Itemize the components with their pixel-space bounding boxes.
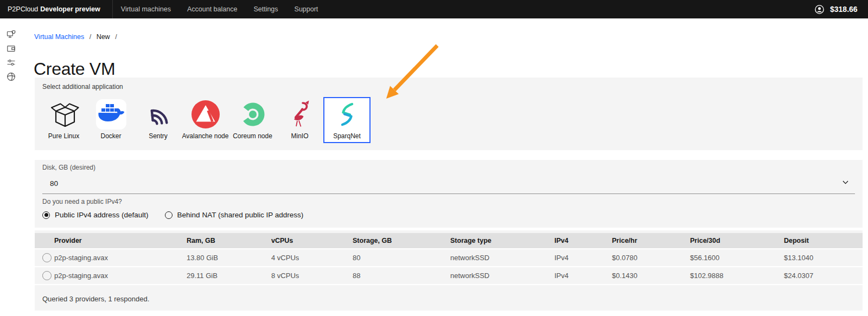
coreum-icon [238, 99, 268, 130]
provider-row-2[interactable]: p2p-staging.avax 29.11 GiB 8 vCPUs 88 ne… [35, 267, 863, 285]
app-tile-label: SparqNet [333, 132, 361, 140]
cell-storage-type: networkSSD [450, 272, 554, 280]
cell-provider: p2p-staging.avax [54, 272, 187, 280]
brand: P2PCloudDeveloper preview [0, 5, 112, 13]
cell-deposit: $24.0307 [784, 272, 855, 280]
app-tile-sentry[interactable]: Sentry [135, 97, 182, 143]
breadcrumb-separator: / [115, 33, 117, 41]
row-radio-icon[interactable] [42, 253, 52, 262]
minio-icon [285, 99, 315, 130]
radio-label: Public IPv4 address (default) [55, 211, 149, 219]
disk-size-value: 80 [50, 179, 58, 188]
cell-vcpus: 8 vCPUs [271, 272, 353, 280]
cell-price-hr: $0.1430 [612, 272, 690, 280]
support-icon[interactable] [7, 72, 16, 81]
app-tile-avalanche-node[interactable]: Avalanche node [182, 97, 229, 143]
cell-provider: p2p-staging.avax [54, 254, 187, 262]
docker-whale-icon [96, 99, 126, 130]
wallet-icon[interactable] [7, 44, 16, 53]
cell-deposit: $13.1040 [784, 254, 855, 262]
app-tile-minio[interactable]: MinIO [276, 97, 323, 143]
cell-ipv4: IPv4 [554, 254, 612, 262]
ipv4-question-label: Do you need a public IPv4? [42, 194, 855, 206]
app-tile-coreum-node[interactable]: Coreum node [229, 97, 276, 143]
application-select-panel: Select additional application Pure Linux [35, 78, 863, 150]
radio-public-ipv4[interactable]: Public IPv4 address (default) [42, 211, 149, 219]
col-deposit: Deposit [784, 237, 855, 244]
app-tile-label: Coreum node [233, 132, 272, 140]
col-ram: Ram, GB [187, 237, 271, 244]
col-provider: Provider [54, 237, 187, 244]
providers-panel: Provider Ram, GB vCPUs Storage, GB Stora… [35, 230, 863, 311]
app-tile-label: Avalanche node [182, 132, 229, 140]
row-radio-icon[interactable] [42, 271, 52, 280]
left-sidebar [0, 18, 24, 316]
radio-unselected-icon[interactable] [165, 211, 173, 219]
app-tile-label: Pure Linux [48, 132, 79, 140]
provider-row-1[interactable]: p2p-staging.avax 13.80 GiB 4 vCPUs 80 ne… [35, 249, 863, 267]
col-price-hr: Price/hr [612, 237, 690, 244]
radio-label: Behind NAT (shared public IP address) [177, 211, 304, 219]
app-tile-sparqnet[interactable]: SparqNet [323, 97, 371, 143]
disk-size-select[interactable]: 80 [42, 173, 855, 194]
application-tiles: Pure Linux Docker [40, 97, 855, 143]
col-vcpus: vCPUs [271, 237, 353, 244]
nav-item-support[interactable]: Support [286, 5, 327, 13]
sentry-icon [143, 99, 174, 130]
cell-ram: 13.80 GiB [187, 254, 271, 262]
app-tile-pure-linux[interactable]: Pure Linux [40, 97, 87, 143]
app-tile-label: MinIO [291, 132, 308, 140]
radio-selected-icon[interactable] [42, 211, 50, 219]
cell-ipv4: IPv4 [554, 272, 612, 280]
radio-behind-nat[interactable]: Behind NAT (shared public IP address) [165, 211, 304, 219]
page-title: Create VM [34, 59, 115, 79]
disk-size-label: Disk, GB (desired) [42, 160, 855, 172]
settings-sliders-icon[interactable] [7, 58, 16, 67]
nav-item-account-balance[interactable]: Account balance [179, 5, 245, 13]
avalanche-icon [190, 99, 221, 130]
breadcrumb-separator: / [90, 33, 91, 41]
ipv4-radio-group: Public IPv4 address (default) Behind NAT… [42, 211, 855, 219]
cell-vcpus: 4 vCPUs [271, 254, 353, 262]
user-account-icon[interactable] [815, 5, 824, 14]
col-price-30d: Price/30d [690, 237, 784, 244]
vm-options-panel: Disk, GB (desired) 80 Do you need a publ… [35, 160, 863, 228]
pure-linux-box-icon [49, 99, 79, 130]
cell-price-30d: $102.9888 [690, 272, 784, 280]
app-tile-label: Docker [100, 132, 121, 140]
cell-ram: 29.11 GiB [187, 272, 271, 280]
cell-storage: 80 [353, 254, 450, 262]
virtual-machines-icon[interactable] [7, 30, 16, 39]
col-ipv4: IPv4 [554, 237, 612, 244]
nav-item-settings[interactable]: Settings [245, 5, 286, 13]
col-storage-type: Storage type [450, 237, 554, 244]
cell-storage: 88 [353, 272, 450, 280]
breadcrumb: Virtual Machines / New / [34, 33, 120, 41]
breadcrumb-current: New [97, 33, 110, 41]
application-select-label: Select additional application [42, 83, 855, 91]
col-storage: Storage, GB [353, 237, 450, 244]
app-tile-label: Sentry [149, 132, 168, 140]
cell-price-30d: $56.1600 [690, 254, 784, 262]
top-nav: P2PCloudDeveloper preview Virtual machin… [0, 0, 868, 18]
providers-table-header: Provider Ram, GB vCPUs Storage, GB Stora… [35, 233, 863, 249]
nav-item-virtual-machines[interactable]: Virtual machines [113, 5, 179, 13]
account-balance-amount: $318.66 [830, 5, 858, 14]
app-tile-docker[interactable]: Docker [87, 97, 135, 143]
query-status-text: Queried 3 providers, 1 responded. [42, 295, 863, 303]
chevron-down-icon [843, 180, 848, 184]
sparqnet-icon [332, 99, 362, 130]
cell-storage-type: networkSSD [450, 254, 554, 262]
cell-price-hr: $0.0780 [612, 254, 690, 262]
breadcrumb-link-virtual-machines[interactable]: Virtual Machines [34, 33, 84, 41]
